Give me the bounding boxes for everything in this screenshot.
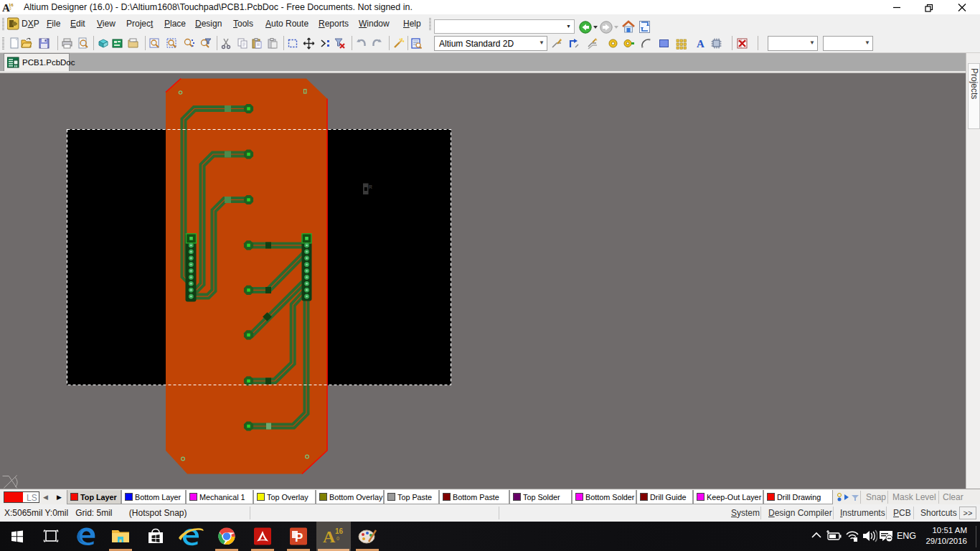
svg-text:R: R bbox=[369, 184, 372, 190]
svg-text:P: P bbox=[295, 531, 303, 545]
svg-text:0: 0 bbox=[336, 536, 339, 541]
svg-text:0: 0 bbox=[9, 7, 11, 11]
svg-text:A: A bbox=[697, 38, 705, 50]
svg-text:16: 16 bbox=[335, 527, 344, 535]
svg-text:A: A bbox=[323, 527, 336, 546]
